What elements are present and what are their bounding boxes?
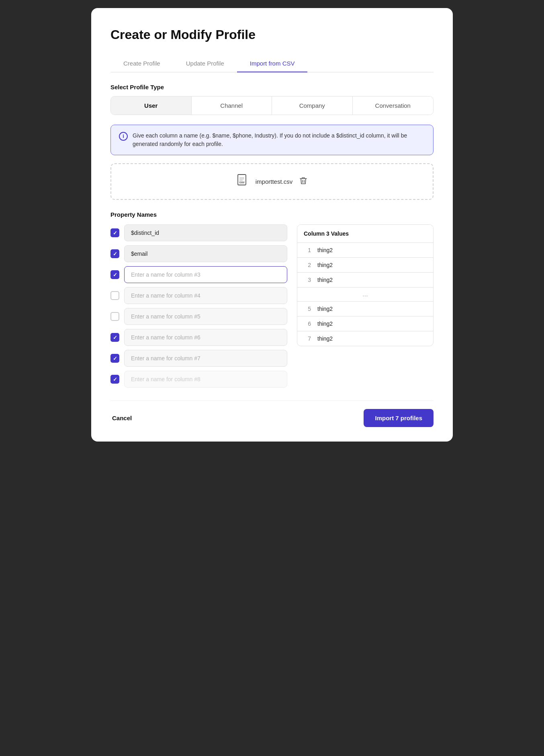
import-button[interactable]: Import 7 profiles [364,409,434,427]
profile-type-channel[interactable]: Channel [192,97,272,115]
column-values-header: Column 3 Values [297,225,433,243]
profile-type-user[interactable]: User [111,97,192,115]
checkbox-1[interactable] [110,228,119,237]
row-num-6: 6 [304,320,311,327]
property-row-7 [110,350,287,367]
tab-update-profile[interactable]: Update Profile [173,55,237,72]
column-value-row-2: 2 thing2 [297,258,433,273]
checkbox-6[interactable] [110,333,119,342]
property-section: Column 3 Values 1 thing2 2 thing2 3 thin… [110,224,434,388]
checkbox-3[interactable] [110,270,119,279]
tab-bar: Create Profile Update Profile Import fro… [110,55,434,72]
property-row-2 [110,245,287,262]
property-row-1 [110,224,287,241]
property-input-1[interactable] [124,224,287,241]
row-num-7: 7 [304,335,311,342]
property-list [110,224,287,388]
info-box-text: Give each column a name (e.g. $name, $ph… [133,131,425,148]
row-num-1: 1 [304,247,311,253]
info-box: i Give each column a name (e.g. $name, $… [110,125,434,155]
row-num-3: 3 [304,277,311,283]
row-val-7: thing2 [317,335,333,342]
property-input-4[interactable] [124,287,287,304]
csv-file-icon: CSV [236,174,249,189]
checkbox-8[interactable] [110,375,119,384]
property-input-7[interactable] [124,350,287,367]
tab-create-profile[interactable]: Create Profile [110,55,173,72]
create-modify-profile-modal: Create or Modify Profile Create Profile … [91,8,453,442]
property-input-6[interactable] [124,329,287,346]
property-input-3[interactable] [124,266,287,283]
property-row-6 [110,329,287,346]
row-val-6: thing2 [317,320,333,327]
tab-import-csv[interactable]: Import from CSV [237,55,308,72]
column-value-row-6: 6 thing2 [297,316,433,331]
row-val-5: thing2 [317,306,333,312]
row-num-5: 5 [304,306,311,312]
property-row-5 [110,308,287,325]
row-num-2: 2 [304,262,311,268]
profile-type-conversation[interactable]: Conversation [353,97,434,115]
property-row-3 [110,266,287,283]
profile-type-label: Select Profile Type [110,84,434,90]
file-name: importtest.csv [256,178,293,185]
profile-type-selector: User Channel Company Conversation [110,96,434,115]
property-row-4 [110,287,287,304]
modal-title: Create or Modify Profile [110,27,434,42]
column-value-row-1: 1 thing2 [297,243,433,258]
checkbox-7[interactable] [110,354,119,363]
column-value-row-3: 3 thing2 [297,273,433,288]
row-val-3: thing2 [317,277,333,283]
property-input-5[interactable] [124,308,287,325]
info-icon: i [119,132,128,141]
cancel-button[interactable]: Cancel [110,411,133,425]
checkbox-5[interactable] [110,312,119,321]
svg-text:CSV: CSV [239,181,244,184]
property-input-8[interactable] [124,371,287,388]
column-value-row-7: 7 thing2 [297,331,433,346]
property-row-8 [110,371,287,388]
properties-title: Property Names [110,211,434,218]
ellipsis-row: ... [297,288,433,302]
modal-footer: Cancel Import 7 profiles [110,401,434,427]
row-val-1: thing2 [317,247,333,253]
column-values-panel: Column 3 Values 1 thing2 2 thing2 3 thin… [297,224,434,346]
profile-type-company[interactable]: Company [272,97,353,115]
trash-icon[interactable] [299,176,308,187]
property-input-2[interactable] [124,245,287,262]
checkbox-2[interactable] [110,249,119,258]
row-val-2: thing2 [317,262,333,268]
checkbox-4[interactable] [110,291,119,300]
column-value-row-5: 5 thing2 [297,302,433,316]
file-upload-area[interactable]: CSV importtest.csv [110,163,434,200]
